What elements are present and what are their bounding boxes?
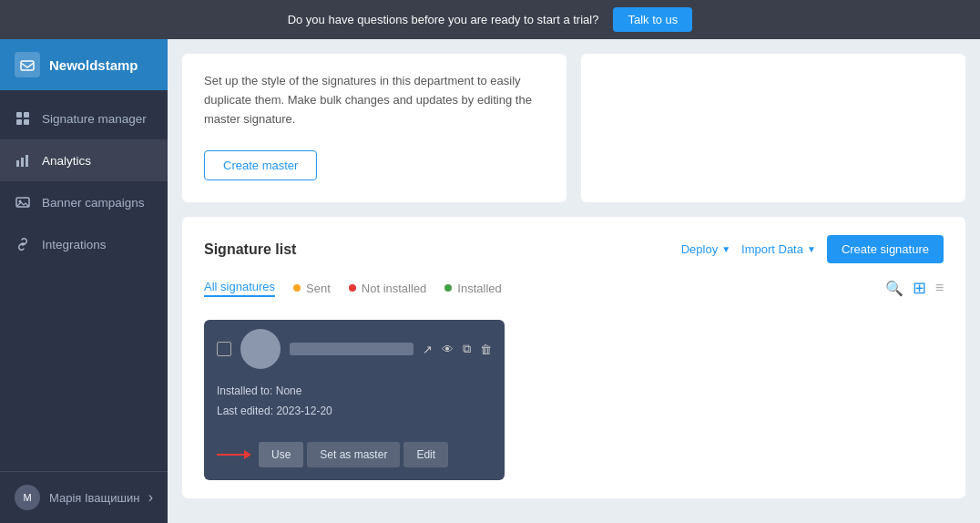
- sidebar-item-integrations[interactable]: Integrations: [0, 223, 168, 265]
- filter-all-label: All signatures: [204, 280, 275, 293]
- filter-installed[interactable]: Installed: [444, 282, 501, 295]
- svg-rect-6: [21, 158, 24, 167]
- talk-to-us-button[interactable]: Talk to us: [613, 7, 692, 32]
- sidebar-item-label: Banner campaigns: [42, 196, 145, 210]
- arrow-indicator: [217, 450, 251, 459]
- filter-sent[interactable]: Sent: [293, 282, 331, 295]
- filter-not-installed[interactable]: Not installed: [349, 282, 427, 295]
- filter-tabs: All signatures Sent Not installed Instal…: [204, 278, 944, 305]
- delete-icon[interactable]: 🗑: [480, 343, 492, 356]
- import-data-button[interactable]: Import Data ▼: [741, 242, 816, 256]
- chevron-down-icon: ▼: [807, 244, 816, 254]
- last-edited-row: Last edited: 2023-12-20: [217, 402, 492, 422]
- deploy-button[interactable]: Deploy ▼: [681, 242, 730, 256]
- not-installed-dot: [349, 284, 356, 292]
- filter-not-installed-label: Not installed: [362, 282, 427, 295]
- link-icon: [15, 236, 31, 252]
- user-profile[interactable]: М Марія Іващишин: [15, 485, 139, 510]
- view-icons: 🔍 ⊞ ≡: [885, 278, 944, 298]
- installed-to-value: None: [276, 385, 302, 397]
- sidebar-item-label: Signature manager: [42, 112, 147, 126]
- card-description: Set up the style of the signatures in th…: [204, 72, 545, 128]
- arrow-head: [244, 450, 251, 459]
- sidebar-item-label: Integrations: [42, 238, 107, 251]
- list-view-icon[interactable]: ≡: [935, 280, 944, 296]
- set-as-master-button[interactable]: Set as master: [307, 442, 400, 467]
- share-icon[interactable]: ↗: [423, 343, 433, 356]
- sig-card-name-placeholder: [290, 343, 413, 355]
- svg-rect-3: [16, 119, 22, 125]
- top-cards-row: Set up the style of the signatures in th…: [182, 54, 965, 202]
- brand-name: Newoldstamp: [49, 57, 138, 73]
- use-button[interactable]: Use: [259, 442, 303, 467]
- last-edited-value: 2023-12-20: [276, 405, 332, 417]
- sidebar-item-signature-manager[interactable]: Signature manager: [0, 97, 168, 139]
- grid-view-icon[interactable]: ⊞: [913, 278, 926, 298]
- top-banner: Do you have questions before you are rea…: [0, 0, 980, 39]
- filter-sent-label: Sent: [306, 282, 331, 295]
- edit-button[interactable]: Edit: [403, 442, 448, 467]
- installed-to-row: Installed to: None: [217, 382, 492, 402]
- filter-installed-label: Installed: [457, 282, 501, 295]
- signature-list-section: Signature list Deploy ▼ Import Data ▼ Cr…: [182, 217, 965, 497]
- brand-logo: [15, 52, 40, 77]
- create-signature-button[interactable]: Create signature: [827, 235, 944, 263]
- signature-card: ↗ 👁 ⧉ 🗑 Installed to: None Last edited: …: [204, 320, 505, 479]
- chevron-right-icon: ›: [148, 489, 153, 506]
- sig-card-meta: Installed to: None Last edited: 2023-12-…: [204, 378, 505, 432]
- sidebar-nav: Signature manager Analytics: [0, 90, 168, 471]
- svg-rect-4: [24, 119, 29, 125]
- avatar: М: [15, 485, 40, 510]
- signature-list-actions: Deploy ▼ Import Data ▼ Create signature: [681, 235, 944, 263]
- sidebar-item-label: Analytics: [42, 154, 91, 168]
- installed-dot: [444, 284, 452, 292]
- svg-rect-2: [24, 112, 29, 118]
- arrow-line: [217, 454, 244, 456]
- svg-rect-1: [16, 112, 22, 118]
- sig-card-action-icons: ↗ 👁 ⧉ 🗑: [423, 342, 492, 356]
- sidebar-footer: М Марія Іващишин ›: [0, 471, 168, 523]
- sig-card-checkbox[interactable]: [217, 342, 231, 356]
- sig-card-footer: Use Set as master Edit: [204, 433, 505, 480]
- sig-card-avatar: [240, 329, 281, 369]
- image-icon: [15, 194, 31, 210]
- user-name: Марія Іващишин: [49, 491, 139, 505]
- chevron-down-icon: ▼: [721, 244, 730, 254]
- secondary-card: [581, 54, 965, 202]
- svg-rect-7: [26, 155, 28, 167]
- svg-rect-0: [21, 61, 34, 70]
- sent-dot: [293, 284, 301, 292]
- sidebar-header: Newoldstamp: [0, 39, 168, 90]
- bar-chart-icon: [15, 152, 31, 169]
- preview-icon[interactable]: 👁: [442, 343, 454, 356]
- last-edited-label: Last edited:: [217, 405, 276, 417]
- banner-text: Do you have questions before you are rea…: [288, 13, 599, 26]
- create-master-button[interactable]: Create master: [204, 150, 317, 180]
- grid-icon: [15, 110, 31, 127]
- sidebar: Newoldstamp Signature manager: [0, 39, 168, 523]
- sig-card-header: ↗ 👁 ⧉ 🗑: [204, 320, 505, 378]
- main-content: Set up the style of the signatures in th…: [168, 39, 980, 523]
- filter-all-signatures[interactable]: All signatures: [204, 280, 275, 297]
- signature-list-title: Signature list: [204, 241, 296, 258]
- copy-icon[interactable]: ⧉: [463, 342, 471, 356]
- master-signature-card: Set up the style of the signatures in th…: [182, 54, 567, 202]
- sidebar-item-banner-campaigns[interactable]: Banner campaigns: [0, 181, 168, 223]
- svg-rect-5: [16, 160, 19, 167]
- search-icon[interactable]: 🔍: [885, 280, 903, 297]
- installed-to-label: Installed to:: [217, 385, 276, 397]
- signature-list-header: Signature list Deploy ▼ Import Data ▼ Cr…: [204, 235, 944, 263]
- sidebar-item-analytics[interactable]: Analytics: [0, 139, 168, 181]
